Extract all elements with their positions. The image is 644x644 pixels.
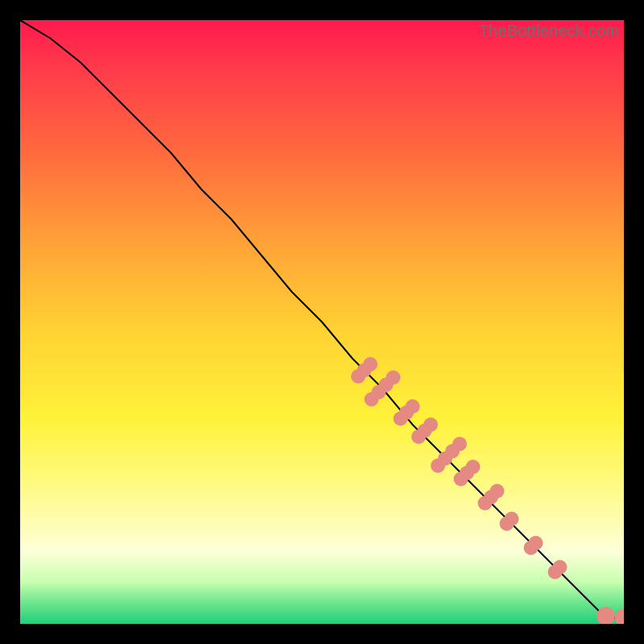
data-point [386,370,401,385]
data-point [615,609,624,624]
data-point [490,484,505,498]
data-point [363,357,378,372]
data-point [423,418,438,432]
data-point [466,460,481,474]
data-point [529,536,543,551]
data-point [452,437,467,452]
data-point [505,512,519,526]
chart-plot-area: TheBottleneck.com [20,20,624,624]
chart-curve [20,20,624,618]
chart-stage: TheBottleneck.com [0,0,644,644]
data-point [597,607,615,624]
data-point [406,399,420,414]
chart-data-points [351,357,568,580]
data-point [553,560,568,575]
chart-overlay-svg [20,20,624,624]
chart-end-points [597,607,624,624]
